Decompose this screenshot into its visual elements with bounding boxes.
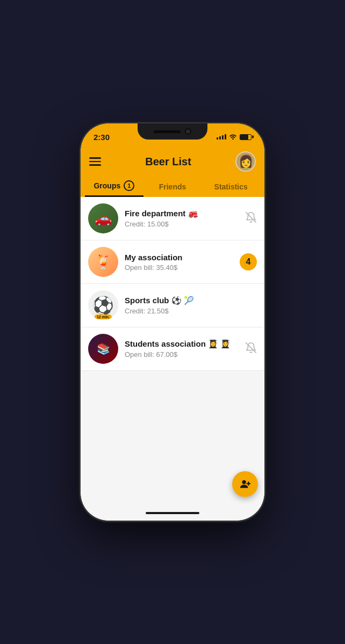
groups-list: 🚗 Fire department 🚒 Credit: 15.00$	[81, 197, 264, 506]
group-avatar-assoc: 🍹	[88, 247, 118, 277]
tab-bar: Groups 1 Friends Statistics	[81, 172, 264, 197]
add-group-fab[interactable]	[232, 471, 258, 497]
group-action-students	[245, 342, 257, 356]
group-sub-sports: Credit: 21.50$	[125, 307, 250, 315]
battery-icon	[240, 134, 251, 140]
status-time: 2:30	[94, 133, 110, 142]
group-info-students: Students association 👩‍🎓 👩‍🎓 Open bill: …	[125, 339, 239, 358]
list-item[interactable]: ⚽ 12 min. Sports club ⚽ 🎾 Credit: 21.50$	[81, 284, 264, 327]
home-bar	[146, 512, 199, 514]
group-action-fire	[245, 211, 257, 226]
group-action-assoc: 4	[240, 253, 257, 270]
tab-groups[interactable]: Groups 1	[85, 176, 143, 197]
tab-statistics[interactable]: Statistics	[202, 176, 260, 197]
group-sub-students: Open bill: 67.00$	[125, 350, 239, 358]
speaker	[154, 130, 181, 133]
bell-icon-students	[245, 342, 257, 356]
avatar[interactable]: 👩	[235, 151, 256, 172]
group-info-assoc: My association Open bill: 35.40$	[125, 253, 233, 272]
group-info-fire: Fire department 🚒 Credit: 15.00$	[125, 209, 239, 228]
app-header: Beer List 👩	[81, 147, 264, 172]
tab-friends[interactable]: Friends	[143, 176, 202, 197]
group-avatar-fire: 🚗	[88, 203, 118, 233]
group-sub-assoc: Open bill: 35.40$	[125, 264, 233, 272]
wifi-icon	[229, 133, 237, 141]
time-badge-sports: 12 min.	[95, 314, 112, 319]
list-item[interactable]: 🍹 My association Open bill: 35.40$ 4	[81, 240, 264, 284]
svg-point-2	[242, 480, 246, 484]
phone-frame: 2:30 Beer List	[81, 123, 264, 521]
hamburger-menu[interactable]	[89, 157, 101, 166]
groups-badge: 1	[124, 180, 134, 191]
camera	[185, 128, 191, 135]
app-title: Beer List	[145, 156, 191, 168]
home-indicator	[81, 506, 264, 521]
list-item[interactable]: 📚 Students association 👩‍🎓 👩‍🎓 Open bill…	[81, 327, 264, 371]
group-name-fire: Fire department 🚒	[125, 209, 239, 218]
group-name-sports: Sports club ⚽ 🎾	[125, 296, 250, 305]
group-info-sports: Sports club ⚽ 🎾 Credit: 21.50$	[125, 296, 250, 315]
group-sub-fire: Credit: 15.00$	[125, 220, 239, 228]
group-name-students: Students association 👩‍🎓 👩‍🎓	[125, 339, 239, 349]
status-icons	[217, 133, 251, 141]
count-badge-assoc: 4	[240, 253, 257, 270]
signal-dots	[217, 134, 226, 140]
notch	[138, 123, 207, 140]
group-name-assoc: My association	[125, 253, 233, 262]
group-avatar-students: 📚	[88, 334, 118, 364]
group-avatar-sports: ⚽ 12 min.	[88, 290, 118, 320]
list-item[interactable]: 🚗 Fire department 🚒 Credit: 15.00$	[81, 197, 264, 240]
screen: 2:30 Beer List	[81, 123, 264, 521]
bell-icon-fire	[245, 211, 257, 226]
